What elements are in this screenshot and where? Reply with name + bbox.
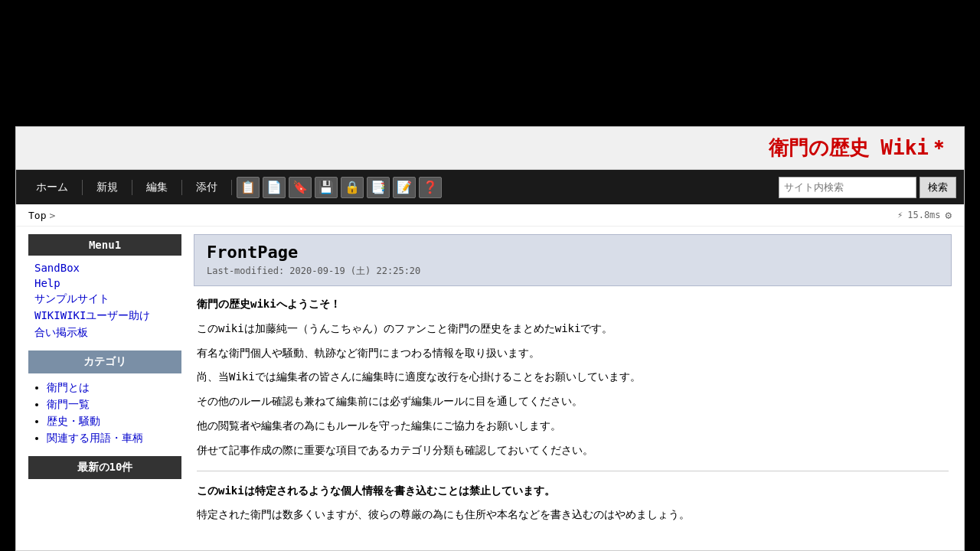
breadcrumb-right: ⚡ 15.8ms ⚙ bbox=[897, 209, 952, 221]
wikiwiki-help-link[interactable]: WIKIWIKIユーザー助け bbox=[34, 309, 150, 321]
edit2-icon[interactable]: 📝 bbox=[393, 177, 416, 198]
lightning-icon: ⚡ bbox=[897, 210, 903, 220]
breadcrumb-separator: > bbox=[49, 210, 55, 221]
lock-icon[interactable]: 🔒 bbox=[341, 177, 364, 198]
menu1-links: SandBox Help サンプルサイト WIKIWIKIユーザー助け 合い掲示… bbox=[28, 257, 181, 344]
save-icon[interactable]: 💾 bbox=[315, 177, 338, 198]
nav-divider-2 bbox=[132, 180, 132, 195]
main-container: 衛門の歴史 Wiki＊ ホーム 新規 編集 添付 📋 📄 🔖 💾 🔒 📑 📝 ❓ bbox=[15, 126, 965, 551]
list-item: 衛門一覧 bbox=[47, 396, 181, 413]
breadcrumb-left: Top > bbox=[28, 210, 55, 221]
category-links: 衛門とは 衛門一覧 歴史・騒動 関連する用語・車柄 bbox=[28, 377, 181, 450]
menu1-title: Menu1 bbox=[28, 234, 181, 256]
breadcrumb-top[interactable]: Top bbox=[28, 210, 46, 221]
sandbox-link[interactable]: SandBox bbox=[34, 262, 80, 274]
search-button[interactable]: 検索 bbox=[920, 177, 956, 198]
prohibited-heading: このwikiは特定されるような個人情報を書き込むことは禁止しています。 bbox=[197, 482, 949, 500]
nav-new[interactable]: 新規 bbox=[84, 174, 130, 201]
history-link[interactable]: 歴史・騒動 bbox=[47, 415, 100, 427]
paragraph-5: 他の閲覧者や編集者の為にもルールを守った編集にご協力をお願いします。 bbox=[197, 417, 949, 435]
article-body: 衛門の歴史wikiへようこそ！ このwikiは加藤純一（うんこちゃん）のファンこ… bbox=[194, 295, 952, 524]
gear-icon[interactable]: ⚙ bbox=[946, 209, 952, 221]
page-modified: Last-modified: 2020-09-19 (土) 22:25:20 bbox=[207, 265, 939, 278]
nav-divider-1 bbox=[82, 180, 83, 195]
page-icon[interactable]: 📄 bbox=[263, 177, 286, 198]
category-title: カテゴリ bbox=[28, 350, 181, 373]
nav-edit[interactable]: 編集 bbox=[134, 174, 180, 201]
main-content: FrontPage Last-modified: 2020-09-19 (土) … bbox=[194, 234, 952, 530]
paragraph-1: このwikiは加藤純一（うんこちゃん）のファンこと衛門の歴史をまとめたwikiで… bbox=[197, 320, 949, 338]
list-item: Help bbox=[28, 276, 181, 291]
nav-attach[interactable]: 添付 bbox=[184, 174, 230, 201]
paragraph-6: 併せて記事作成の際に重要な項目であるカテゴリ分類も確認しておいてください。 bbox=[197, 442, 949, 460]
list-icon[interactable]: 📑 bbox=[367, 177, 390, 198]
site-header: 衛門の歴史 Wiki＊ bbox=[16, 127, 964, 170]
sidebar: Menu1 SandBox Help サンプルサイト WIKIWIKIユーザー助… bbox=[28, 234, 181, 530]
list-item: 関連する用語・車柄 bbox=[47, 430, 181, 447]
app-wrapper: 衛門の歴史 Wiki＊ ホーム 新規 編集 添付 📋 📄 🔖 💾 🔒 📑 📝 ❓ bbox=[0, 0, 980, 551]
bbs-link[interactable]: 合い掲示板 bbox=[34, 326, 88, 338]
copy-icon[interactable]: 📋 bbox=[237, 177, 260, 198]
paragraph-3: 尚、当Wikiでは編集者の皆さんに編集時に適度な改行を心掛けることをお願いしてい… bbox=[197, 368, 949, 386]
top-black-area bbox=[0, 0, 980, 126]
section-divider bbox=[197, 471, 949, 471]
emon-list-link[interactable]: 衛門一覧 bbox=[47, 398, 90, 410]
nav-divider-3 bbox=[181, 180, 182, 195]
prohibited-text: 特定された衛門は数多くいますが、彼らの尊厳の為にも住所や本名などを書き込むのはや… bbox=[197, 506, 949, 524]
help-link[interactable]: Help bbox=[34, 277, 60, 289]
search-area: 検索 bbox=[779, 177, 956, 198]
page-header: FrontPage Last-modified: 2020-09-19 (土) … bbox=[194, 234, 952, 286]
page-title: FrontPage bbox=[207, 243, 939, 262]
navbar: ホーム 新規 編集 添付 📋 📄 🔖 💾 🔒 📑 📝 ❓ 検索 bbox=[16, 170, 964, 204]
help-icon[interactable]: ❓ bbox=[419, 177, 442, 198]
welcome-heading: 衛門の歴史wikiへようこそ！ bbox=[197, 295, 949, 314]
bookmark-icon[interactable]: 🔖 bbox=[289, 177, 312, 198]
nav-icons: 📋 📄 🔖 💾 🔒 📑 📝 ❓ bbox=[237, 177, 442, 198]
nav-home[interactable]: ホーム bbox=[24, 174, 80, 201]
list-item: 合い掲示板 bbox=[28, 324, 181, 341]
list-item: SandBox bbox=[28, 260, 181, 276]
site-title: 衛門の歴史 Wiki＊ bbox=[769, 135, 949, 161]
sample-site-link[interactable]: サンプルサイト bbox=[34, 292, 109, 305]
content-layout: Menu1 SandBox Help サンプルサイト WIKIWIKIユーザー助… bbox=[16, 227, 964, 538]
paragraph-2: 有名な衛門個人や騒動、軌跡など衛門にまつわる情報を取り扱います。 bbox=[197, 344, 949, 363]
performance-value: 15.8ms bbox=[907, 210, 940, 220]
breadcrumb-bar: Top > ⚡ 15.8ms ⚙ bbox=[16, 204, 964, 227]
terms-link[interactable]: 関連する用語・車柄 bbox=[47, 432, 143, 444]
list-item: 歴史・騒動 bbox=[47, 413, 181, 430]
nav-divider-4 bbox=[231, 180, 232, 195]
recent-title: 最新の10件 bbox=[28, 456, 181, 479]
list-item: WIKIWIKIユーザー助け bbox=[28, 308, 181, 324]
emon-what-link[interactable]: 衛門とは bbox=[47, 381, 90, 393]
search-input[interactable] bbox=[779, 177, 916, 198]
list-item: サンプルサイト bbox=[28, 291, 181, 308]
paragraph-4: その他のルール確認も兼ねて編集前には必ず編集ルールに目を通してください。 bbox=[197, 393, 949, 411]
list-item: 衛門とは bbox=[47, 380, 181, 396]
